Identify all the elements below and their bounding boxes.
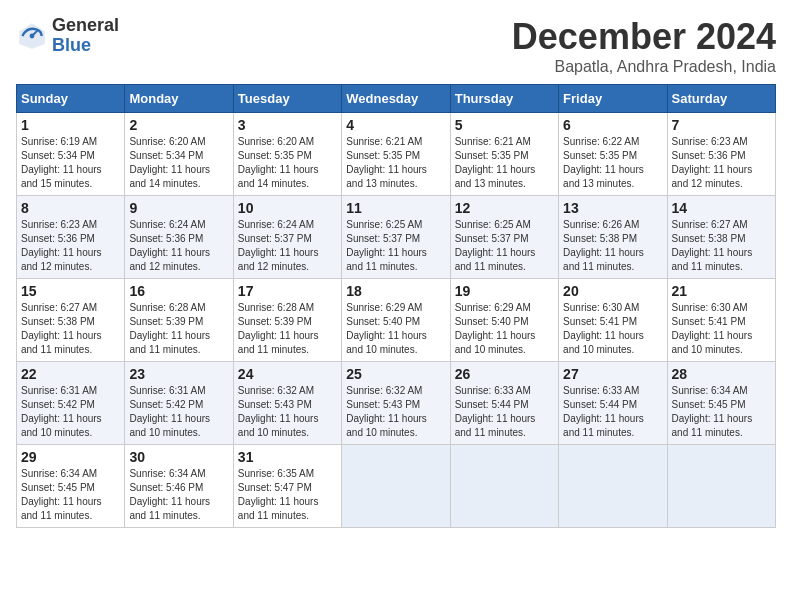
header-friday: Friday xyxy=(559,85,667,113)
day-detail: Sunrise: 6:24 AMSunset: 5:36 PMDaylight:… xyxy=(129,218,228,274)
header-tuesday: Tuesday xyxy=(233,85,341,113)
day-detail: Sunrise: 6:27 AMSunset: 5:38 PMDaylight:… xyxy=(672,218,771,274)
logo-text: General Blue xyxy=(52,16,119,56)
day-number: 29 xyxy=(21,449,120,465)
logo-general: General xyxy=(52,16,119,36)
day-number: 17 xyxy=(238,283,337,299)
svg-point-1 xyxy=(30,33,35,38)
day-number: 27 xyxy=(563,366,662,382)
day-number: 6 xyxy=(563,117,662,133)
calendar-cell: 22 Sunrise: 6:31 AMSunset: 5:42 PMDaylig… xyxy=(17,362,125,445)
calendar-cell: 8 Sunrise: 6:23 AMSunset: 5:36 PMDayligh… xyxy=(17,196,125,279)
header-wednesday: Wednesday xyxy=(342,85,450,113)
calendar-cell: 25 Sunrise: 6:32 AMSunset: 5:43 PMDaylig… xyxy=(342,362,450,445)
calendar-cell: 20 Sunrise: 6:30 AMSunset: 5:41 PMDaylig… xyxy=(559,279,667,362)
calendar-cell: 9 Sunrise: 6:24 AMSunset: 5:36 PMDayligh… xyxy=(125,196,233,279)
day-number: 10 xyxy=(238,200,337,216)
week-row-3: 22 Sunrise: 6:31 AMSunset: 5:42 PMDaylig… xyxy=(17,362,776,445)
day-number: 26 xyxy=(455,366,554,382)
day-detail: Sunrise: 6:22 AMSunset: 5:35 PMDaylight:… xyxy=(563,135,662,191)
calendar-cell: 1 Sunrise: 6:19 AMSunset: 5:34 PMDayligh… xyxy=(17,113,125,196)
day-detail: Sunrise: 6:30 AMSunset: 5:41 PMDaylight:… xyxy=(563,301,662,357)
calendar-cell: 28 Sunrise: 6:34 AMSunset: 5:45 PMDaylig… xyxy=(667,362,775,445)
calendar-cell xyxy=(559,445,667,528)
title-section: December 2024 Bapatla, Andhra Pradesh, I… xyxy=(512,16,776,76)
calendar-cell: 23 Sunrise: 6:31 AMSunset: 5:42 PMDaylig… xyxy=(125,362,233,445)
day-number: 20 xyxy=(563,283,662,299)
calendar-cell: 15 Sunrise: 6:27 AMSunset: 5:38 PMDaylig… xyxy=(17,279,125,362)
day-number: 28 xyxy=(672,366,771,382)
day-number: 3 xyxy=(238,117,337,133)
calendar-cell xyxy=(667,445,775,528)
calendar-cell: 18 Sunrise: 6:29 AMSunset: 5:40 PMDaylig… xyxy=(342,279,450,362)
day-number: 23 xyxy=(129,366,228,382)
day-detail: Sunrise: 6:33 AMSunset: 5:44 PMDaylight:… xyxy=(563,384,662,440)
logo: General Blue xyxy=(16,16,119,56)
day-detail: Sunrise: 6:34 AMSunset: 5:45 PMDaylight:… xyxy=(672,384,771,440)
day-detail: Sunrise: 6:33 AMSunset: 5:44 PMDaylight:… xyxy=(455,384,554,440)
calendar-cell: 11 Sunrise: 6:25 AMSunset: 5:37 PMDaylig… xyxy=(342,196,450,279)
day-detail: Sunrise: 6:25 AMSunset: 5:37 PMDaylight:… xyxy=(346,218,445,274)
week-row-2: 15 Sunrise: 6:27 AMSunset: 5:38 PMDaylig… xyxy=(17,279,776,362)
calendar-cell xyxy=(450,445,558,528)
calendar-cell: 3 Sunrise: 6:20 AMSunset: 5:35 PMDayligh… xyxy=(233,113,341,196)
calendar-cell: 24 Sunrise: 6:32 AMSunset: 5:43 PMDaylig… xyxy=(233,362,341,445)
calendar-cell: 26 Sunrise: 6:33 AMSunset: 5:44 PMDaylig… xyxy=(450,362,558,445)
day-detail: Sunrise: 6:28 AMSunset: 5:39 PMDaylight:… xyxy=(238,301,337,357)
header-saturday: Saturday xyxy=(667,85,775,113)
day-detail: Sunrise: 6:25 AMSunset: 5:37 PMDaylight:… xyxy=(455,218,554,274)
day-number: 16 xyxy=(129,283,228,299)
day-detail: Sunrise: 6:23 AMSunset: 5:36 PMDaylight:… xyxy=(672,135,771,191)
day-number: 15 xyxy=(21,283,120,299)
calendar-cell: 6 Sunrise: 6:22 AMSunset: 5:35 PMDayligh… xyxy=(559,113,667,196)
day-detail: Sunrise: 6:29 AMSunset: 5:40 PMDaylight:… xyxy=(455,301,554,357)
month-title: December 2024 xyxy=(512,16,776,58)
header-monday: Monday xyxy=(125,85,233,113)
calendar-cell: 31 Sunrise: 6:35 AMSunset: 5:47 PMDaylig… xyxy=(233,445,341,528)
day-detail: Sunrise: 6:21 AMSunset: 5:35 PMDaylight:… xyxy=(346,135,445,191)
day-number: 14 xyxy=(672,200,771,216)
day-detail: Sunrise: 6:28 AMSunset: 5:39 PMDaylight:… xyxy=(129,301,228,357)
day-detail: Sunrise: 6:35 AMSunset: 5:47 PMDaylight:… xyxy=(238,467,337,523)
day-number: 21 xyxy=(672,283,771,299)
calendar-cell: 16 Sunrise: 6:28 AMSunset: 5:39 PMDaylig… xyxy=(125,279,233,362)
week-row-4: 29 Sunrise: 6:34 AMSunset: 5:45 PMDaylig… xyxy=(17,445,776,528)
header-row: Sunday Monday Tuesday Wednesday Thursday… xyxy=(17,85,776,113)
calendar-cell: 21 Sunrise: 6:30 AMSunset: 5:41 PMDaylig… xyxy=(667,279,775,362)
day-number: 25 xyxy=(346,366,445,382)
calendar-header: Sunday Monday Tuesday Wednesday Thursday… xyxy=(17,85,776,113)
day-number: 13 xyxy=(563,200,662,216)
calendar-cell: 30 Sunrise: 6:34 AMSunset: 5:46 PMDaylig… xyxy=(125,445,233,528)
location: Bapatla, Andhra Pradesh, India xyxy=(512,58,776,76)
calendar-cell: 10 Sunrise: 6:24 AMSunset: 5:37 PMDaylig… xyxy=(233,196,341,279)
calendar-cell: 19 Sunrise: 6:29 AMSunset: 5:40 PMDaylig… xyxy=(450,279,558,362)
day-number: 12 xyxy=(455,200,554,216)
calendar-cell: 7 Sunrise: 6:23 AMSunset: 5:36 PMDayligh… xyxy=(667,113,775,196)
day-detail: Sunrise: 6:34 AMSunset: 5:46 PMDaylight:… xyxy=(129,467,228,523)
day-detail: Sunrise: 6:20 AMSunset: 5:34 PMDaylight:… xyxy=(129,135,228,191)
day-number: 4 xyxy=(346,117,445,133)
day-number: 2 xyxy=(129,117,228,133)
day-number: 1 xyxy=(21,117,120,133)
calendar-body: 1 Sunrise: 6:19 AMSunset: 5:34 PMDayligh… xyxy=(17,113,776,528)
week-row-0: 1 Sunrise: 6:19 AMSunset: 5:34 PMDayligh… xyxy=(17,113,776,196)
day-number: 30 xyxy=(129,449,228,465)
calendar-cell: 12 Sunrise: 6:25 AMSunset: 5:37 PMDaylig… xyxy=(450,196,558,279)
day-number: 31 xyxy=(238,449,337,465)
calendar-table: Sunday Monday Tuesday Wednesday Thursday… xyxy=(16,84,776,528)
day-detail: Sunrise: 6:24 AMSunset: 5:37 PMDaylight:… xyxy=(238,218,337,274)
logo-blue: Blue xyxy=(52,36,119,56)
day-detail: Sunrise: 6:32 AMSunset: 5:43 PMDaylight:… xyxy=(238,384,337,440)
calendar-cell: 5 Sunrise: 6:21 AMSunset: 5:35 PMDayligh… xyxy=(450,113,558,196)
day-number: 24 xyxy=(238,366,337,382)
calendar-cell: 29 Sunrise: 6:34 AMSunset: 5:45 PMDaylig… xyxy=(17,445,125,528)
calendar-cell: 4 Sunrise: 6:21 AMSunset: 5:35 PMDayligh… xyxy=(342,113,450,196)
day-detail: Sunrise: 6:30 AMSunset: 5:41 PMDaylight:… xyxy=(672,301,771,357)
day-detail: Sunrise: 6:32 AMSunset: 5:43 PMDaylight:… xyxy=(346,384,445,440)
day-detail: Sunrise: 6:26 AMSunset: 5:38 PMDaylight:… xyxy=(563,218,662,274)
day-detail: Sunrise: 6:29 AMSunset: 5:40 PMDaylight:… xyxy=(346,301,445,357)
day-number: 5 xyxy=(455,117,554,133)
day-number: 9 xyxy=(129,200,228,216)
header-sunday: Sunday xyxy=(17,85,125,113)
header-thursday: Thursday xyxy=(450,85,558,113)
